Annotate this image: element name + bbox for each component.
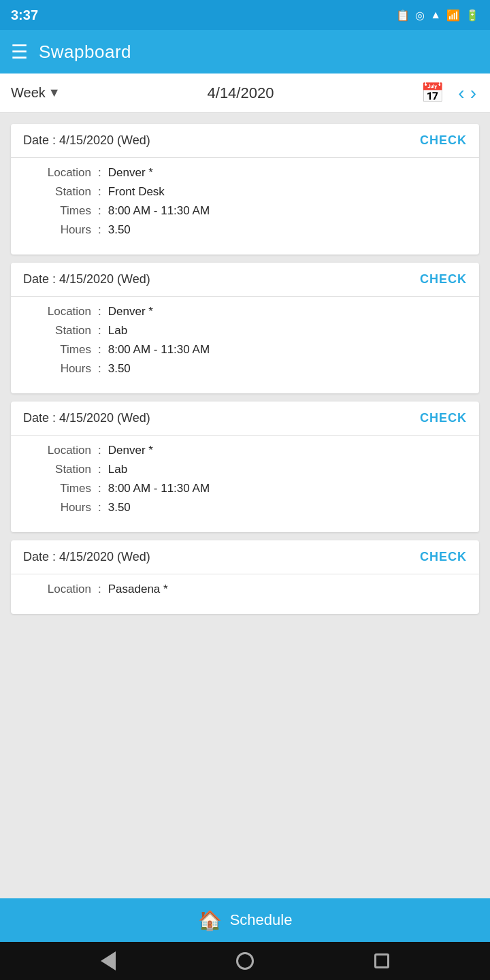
week-selector[interactable]: Week ▼: [11, 85, 61, 101]
separator-1d: :: [98, 223, 101, 237]
location-row-4: Location : Pasadena *: [23, 583, 467, 596]
location-label-1: Location: [23, 166, 91, 180]
shift-card-4: Date : 4/15/2020 (Wed) CHECK Location : …: [11, 540, 479, 614]
schedule-home-icon: 🏠: [198, 909, 222, 932]
location-row-2: Location : Denver *: [23, 305, 467, 318]
hours-value-2: 3.50: [108, 362, 131, 376]
status-bar: 3:37 📋 ◎ ▲ 📶 🔋: [0, 0, 490, 30]
app-bar: ☰ Swapboard: [0, 30, 490, 74]
card-date-3: Date : 4/15/2020 (Wed): [23, 411, 150, 425]
hours-label-3: Hours: [23, 501, 91, 514]
station-row-3: Station : Lab: [23, 463, 467, 476]
separator-2d: :: [98, 362, 101, 376]
station-row-1: Station : Front Desk: [23, 185, 467, 199]
recents-button[interactable]: [374, 953, 389, 968]
location-label-4: Location: [23, 583, 91, 596]
toolbar: Week ▼ 4/14/2020 📅 ‹ ›: [0, 74, 490, 113]
date-display: 4/14/2020: [61, 84, 421, 102]
location-value-4: Pasadena *: [108, 583, 168, 596]
separator-3d: :: [98, 501, 101, 514]
card-header-4: Date : 4/15/2020 (Wed) CHECK: [11, 540, 479, 574]
dropdown-arrow-icon: ▼: [48, 86, 61, 100]
station-label-1: Station: [23, 185, 91, 199]
separator-1b: :: [98, 185, 101, 199]
station-value-2: Lab: [108, 324, 127, 338]
calendar-icon[interactable]: 📅: [421, 82, 444, 104]
station-row-2: Station : Lab: [23, 324, 467, 338]
card-header-3: Date : 4/15/2020 (Wed) CHECK: [11, 402, 479, 436]
card-body-1: Location : Denver * Station : Front Desk…: [11, 158, 479, 255]
check-button-1[interactable]: CHECK: [420, 133, 467, 148]
card-body-2: Location : Denver * Station : Lab Times …: [11, 297, 479, 393]
hours-value-3: 3.50: [108, 501, 131, 514]
separator-2c: :: [98, 343, 101, 357]
status-time: 3:37: [11, 7, 38, 23]
app-title: Swapboard: [39, 42, 131, 63]
hours-row-2: Hours : 3.50: [23, 362, 467, 376]
prev-arrow-icon[interactable]: ‹: [455, 82, 467, 104]
check-button-2[interactable]: CHECK: [420, 272, 467, 287]
back-button[interactable]: [101, 951, 116, 970]
separator-1a: :: [98, 166, 101, 180]
hours-row-3: Hours : 3.50: [23, 501, 467, 514]
times-value-1: 8:00 AM - 11:30 AM: [108, 204, 210, 218]
times-row-1: Times : 8:00 AM - 11:30 AM: [23, 204, 467, 218]
shift-card-3: Date : 4/15/2020 (Wed) CHECK Location : …: [11, 402, 479, 532]
times-row-2: Times : 8:00 AM - 11:30 AM: [23, 343, 467, 357]
separator-2a: :: [98, 305, 101, 318]
card-date-4: Date : 4/15/2020 (Wed): [23, 550, 150, 564]
hours-row-1: Hours : 3.50: [23, 223, 467, 237]
shift-card-1: Date : 4/15/2020 (Wed) CHECK Location : …: [11, 124, 479, 255]
times-label-1: Times: [23, 204, 91, 218]
shift-card-2: Date : 4/15/2020 (Wed) CHECK Location : …: [11, 263, 479, 393]
card-body-4: Location : Pasadena *: [11, 574, 479, 614]
separator-4a: :: [98, 583, 101, 596]
station-label-3: Station: [23, 463, 91, 476]
hours-value-1: 3.50: [108, 223, 131, 237]
week-label: Week: [11, 85, 46, 101]
station-label-2: Station: [23, 324, 91, 338]
signal-icon: 📶: [446, 9, 460, 22]
location-label-2: Location: [23, 305, 91, 318]
status-icons: 📋 ◎ ▲ 📶 🔋: [396, 9, 479, 22]
menu-icon[interactable]: ☰: [11, 41, 28, 63]
times-label-3: Times: [23, 482, 91, 495]
location-value-3: Denver *: [108, 444, 153, 457]
location-row-3: Location : Denver *: [23, 444, 467, 457]
bottom-nav[interactable]: 🏠 Schedule: [0, 898, 490, 942]
android-nav-bar: [0, 942, 490, 980]
home-button[interactable]: [236, 952, 254, 970]
times-value-2: 8:00 AM - 11:30 AM: [108, 343, 210, 357]
times-label-2: Times: [23, 343, 91, 357]
main-content: Date : 4/15/2020 (Wed) CHECK Location : …: [0, 113, 490, 898]
location-row-1: Location : Denver *: [23, 166, 467, 180]
check-button-4[interactable]: CHECK: [420, 550, 467, 564]
separator-3c: :: [98, 482, 101, 495]
separator-1c: :: [98, 204, 101, 218]
wifi-icon: ▲: [430, 9, 441, 21]
card-date-1: Date : 4/15/2020 (Wed): [23, 133, 150, 148]
schedule-label: Schedule: [230, 911, 293, 929]
location-value-2: Denver *: [108, 305, 153, 318]
location-value-1: Denver *: [108, 166, 153, 180]
location-label-3: Location: [23, 444, 91, 457]
times-value-3: 8:00 AM - 11:30 AM: [108, 482, 210, 495]
check-button-3[interactable]: CHECK: [420, 411, 467, 425]
task-icon: 📋: [396, 9, 410, 22]
card-body-3: Location : Denver * Station : Lab Times …: [11, 436, 479, 532]
notification-icon: ◎: [415, 9, 425, 22]
station-value-1: Front Desk: [108, 185, 165, 199]
hours-label-1: Hours: [23, 223, 91, 237]
next-arrow-icon[interactable]: ›: [468, 82, 479, 104]
card-date-2: Date : 4/15/2020 (Wed): [23, 272, 150, 287]
separator-3b: :: [98, 463, 101, 476]
station-value-3: Lab: [108, 463, 127, 476]
hours-label-2: Hours: [23, 362, 91, 376]
battery-icon: 🔋: [466, 9, 479, 22]
separator-2b: :: [98, 324, 101, 338]
card-header-2: Date : 4/15/2020 (Wed) CHECK: [11, 263, 479, 297]
times-row-3: Times : 8:00 AM - 11:30 AM: [23, 482, 467, 495]
card-header-1: Date : 4/15/2020 (Wed) CHECK: [11, 124, 479, 158]
separator-3a: :: [98, 444, 101, 457]
